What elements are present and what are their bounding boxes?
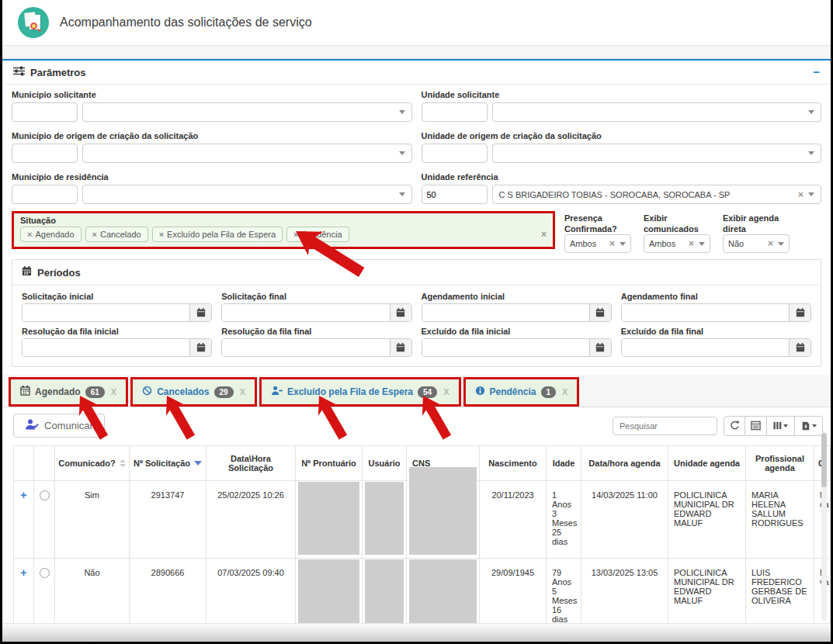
field-excluido-fila-inicial: Excluído da fila inicial [422, 327, 612, 357]
person-check-icon [25, 419, 39, 432]
situacao-tag-agendado[interactable]: ×Agendado [20, 227, 82, 242]
col-data-hora-agenda[interactable]: Data/hora agenda [581, 446, 668, 481]
tab-pendencia[interactable]: Pendência 1 X [463, 377, 580, 407]
exibir-comunicados-label: Exibir comunicados [644, 213, 710, 234]
col-unidade-agenda[interactable]: Unidade agenda [668, 446, 746, 481]
unidade-origem-code-input[interactable] [422, 144, 488, 163]
unidade-solicitante-code-input[interactable] [422, 102, 488, 122]
chevron-down-icon [620, 242, 626, 246]
calendar-button[interactable] [789, 339, 810, 356]
vertical-scrollbar[interactable] [821, 431, 827, 621]
cell-data-solicitacao: 25/02/2025 10:26 [207, 481, 296, 559]
clear-icon[interactable]: × [768, 240, 773, 248]
cell-usuario-redacted [363, 481, 407, 559]
calendar-button[interactable] [390, 304, 411, 321]
redaction-block [365, 482, 404, 555]
calendar-button[interactable] [789, 304, 810, 321]
columns-button[interactable] [767, 416, 795, 436]
sort-desc-icon[interactable] [194, 461, 202, 466]
count-badge: 1 [541, 386, 557, 398]
close-tab-icon[interactable]: X [562, 387, 567, 396]
col-data-hora-solicitacao[interactable]: Data\Hora Solicitação [207, 446, 296, 481]
row-radio-button[interactable] [40, 568, 50, 578]
calendar-button[interactable] [589, 339, 611, 356]
row-radio-button[interactable] [40, 490, 50, 500]
col-idade[interactable]: Idade [547, 446, 581, 481]
close-tab-icon[interactable]: X [111, 387, 116, 396]
search-input[interactable] [613, 417, 717, 435]
field-resolucao-fila-inicial: Resolução da fila inicial [22, 327, 212, 357]
remove-tag-icon[interactable]: × [27, 230, 32, 239]
unidade-solicitante-select[interactable] [492, 102, 822, 122]
clear-all-icon[interactable]: × [541, 229, 547, 240]
redaction-block [409, 467, 477, 555]
presenca-confirmada-select[interactable]: Ambos × [564, 234, 631, 253]
tab-agendado[interactable]: Agendado 61 X [9, 377, 128, 407]
unidade-origem-select[interactable] [492, 144, 822, 163]
municipio-origem-label: Município de origem de criação da solici… [12, 130, 412, 141]
municipio-solicitante-code-input[interactable] [12, 102, 78, 122]
excluido-fila-inicial-input[interactable] [422, 339, 589, 356]
calendar-icon [22, 265, 32, 279]
situacao-multiselect[interactable]: Situação ×Agendado ×Cancelado ×Excluído … [12, 211, 555, 249]
calendar-button[interactable] [589, 304, 611, 321]
chevron-down-icon [808, 110, 814, 114]
col-n-prontuario[interactable]: Nº Prontuário [296, 446, 363, 481]
calendar-icon [20, 385, 30, 399]
unidade-referencia-select[interactable]: C S BRIGADEIRO TOBIAS - SOROCABA, SOROCA… [492, 185, 822, 204]
expand-row-button[interactable]: + [20, 488, 27, 501]
export-button[interactable] [795, 416, 823, 436]
municipio-solicitante-select[interactable] [82, 102, 412, 122]
col-usuario[interactable]: Usuário [363, 446, 407, 481]
unidade-referencia-code-input[interactable] [422, 185, 488, 204]
tab-cancelados[interactable]: Cancelados 29 X [130, 377, 257, 407]
chevron-down-icon [783, 424, 788, 428]
col-nascimento[interactable]: Nascimento [480, 446, 547, 481]
field-municipio-residencia: Município de residência [12, 168, 412, 204]
calendar-button[interactable] [189, 339, 211, 356]
expand-row-button[interactable]: + [20, 566, 27, 579]
sort-icon[interactable] [120, 459, 126, 467]
col-n-solicitacao[interactable]: Nº Solicitação [130, 446, 207, 481]
parametros-panel: Parâmetros − Município solicitante Unida… [2, 59, 831, 367]
situacao-tag-cancelado[interactable]: ×Cancelado [85, 227, 148, 242]
close-tab-icon[interactable]: X [443, 387, 449, 396]
resolucao-fila-inicial-input[interactable] [23, 339, 189, 356]
remove-tag-icon[interactable]: × [92, 230, 97, 239]
calendar-button[interactable] [390, 339, 411, 356]
situacao-row: Situação ×Agendado ×Cancelado ×Excluído … [12, 211, 821, 253]
agendamento-final-input[interactable] [622, 304, 789, 321]
count-badge: 29 [214, 386, 234, 398]
field-presenca-confirmada: Presença Confirmada? Ambos × [564, 213, 631, 253]
clear-icon[interactable]: × [609, 240, 615, 248]
solicitacao-final-input[interactable] [222, 304, 389, 321]
col-comunicado[interactable]: Comunicado? [55, 446, 130, 481]
field-solicitacao-inicial: Solicitação inicial [22, 292, 212, 322]
municipio-residencia-code-input[interactable] [12, 185, 78, 204]
close-tab-icon[interactable]: X [240, 387, 245, 396]
chevron-down-icon [399, 192, 405, 196]
situacao-tag-excluido[interactable]: ×Excluído pela Fila de Espera [152, 227, 283, 242]
exibir-agenda-direta-select[interactable]: Não × [723, 234, 790, 253]
resolucao-fila-final-input[interactable] [222, 339, 389, 356]
col-profissional-agenda[interactable]: Profissional agenda [746, 446, 814, 481]
exibir-comunicados-select[interactable]: Ambos × [644, 234, 710, 253]
solicitacao-inicial-input[interactable] [23, 304, 189, 321]
municipio-origem-select[interactable] [82, 144, 412, 163]
excluido-fila-final-input[interactable] [622, 339, 789, 356]
remove-tag-icon[interactable]: × [159, 230, 164, 239]
refresh-button[interactable] [724, 416, 745, 436]
collapse-panel-button[interactable]: − [813, 68, 820, 77]
field-municipio-solicitante: Município solicitante [12, 86, 412, 122]
footer-strip [2, 623, 831, 642]
municipio-residencia-select[interactable] [82, 185, 412, 204]
agendamento-inicial-input[interactable] [422, 304, 589, 321]
list-view-button[interactable] [745, 416, 767, 436]
cell-cns-redacted [407, 481, 480, 559]
calendar-button[interactable] [189, 304, 211, 321]
municipio-origem-code-input[interactable] [12, 144, 78, 163]
situacao-label: Situação [20, 215, 547, 227]
unidade-origem-label: Unidade de origem de criação da solicita… [422, 130, 822, 141]
clear-icon[interactable]: × [689, 240, 694, 248]
clear-icon[interactable]: × [798, 191, 803, 199]
